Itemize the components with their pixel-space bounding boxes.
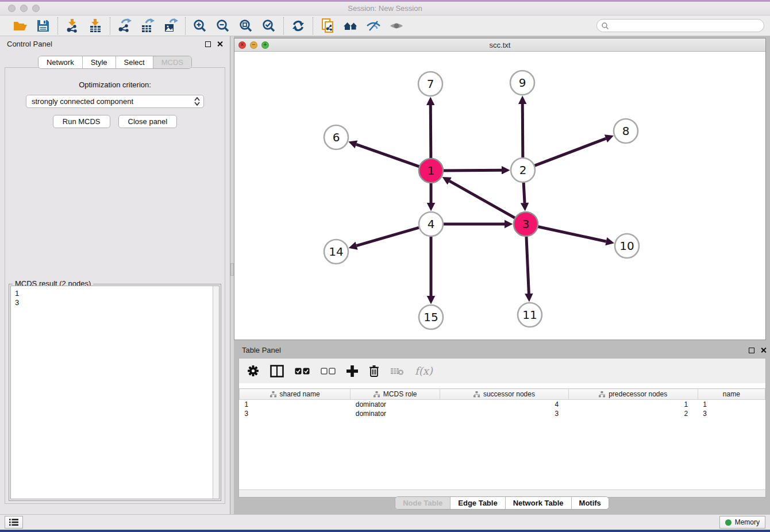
main-toolbar [0,16,770,36]
network-canvas-svg: 1234678910111415 [234,52,765,340]
criterion-dropdown[interactable]: strongly connected component [26,95,204,108]
zoom-in-icon[interactable] [192,18,207,33]
export-table-icon[interactable] [140,18,155,33]
tab-node-table[interactable]: Node Table [395,497,451,509]
session-title: Session: New Session [0,4,770,13]
show-graphics-details-icon[interactable] [389,18,404,33]
table-header-row: shared name MCDS role successor nodes pr… [240,389,765,400]
column-type-icon [270,391,276,398]
optimization-criterion-label: Optimization criterion: [5,80,225,89]
dropdown-stepper-icon [193,96,201,107]
home-icon[interactable] [343,18,358,33]
edge-3-10[interactable] [536,226,606,241]
column-header-shared-name[interactable]: shared name [240,389,351,400]
edge-1-7[interactable] [430,105,431,160]
table-settings-gear-icon[interactable] [247,365,259,377]
save-session-icon[interactable] [36,18,51,33]
result-line: 3 [15,298,209,307]
tab-motifs[interactable]: Motifs [572,497,609,509]
cell-mcds-role[interactable]: dominator [351,400,440,409]
edge-2-8[interactable] [533,138,606,166]
tab-style[interactable]: Style [83,56,116,68]
cell-predecessor-nodes[interactable]: 1 [568,400,698,409]
table-empty-area [239,418,765,490]
refresh-icon[interactable] [291,18,306,33]
zoom-fit-icon[interactable] [238,18,253,33]
run-mcds-button[interactable]: Run MCDS [53,115,110,128]
hide-graphics-details-icon[interactable] [366,18,381,33]
cell-shared-name[interactable]: 3 [240,409,351,418]
cell-mcds-role[interactable]: dominator [351,409,440,418]
network-window-titlebar[interactable]: scc.txt × − + [234,38,765,52]
edge-1-2[interactable] [441,170,502,171]
node-label-8: 8 [622,124,630,138]
node-label-10: 10 [619,239,634,253]
close-panel-icon[interactable] [217,41,223,47]
edge-4-14[interactable] [357,227,421,246]
node-label-15: 15 [424,310,438,324]
search-field[interactable] [596,19,764,32]
control-panel: Control Panel Network Style Select MCDS … [0,36,230,514]
table-row[interactable]: 3 dominator 3 2 3 [240,409,765,418]
zoom-out-icon[interactable] [215,18,230,33]
export-network-icon[interactable] [117,18,132,33]
column-type-icon [599,391,605,398]
column-header-mcds-role[interactable]: MCDS role [351,389,440,400]
memory-button[interactable]: Memory [719,516,765,529]
export-image-icon[interactable] [163,18,178,33]
network-view-window: scc.txt × − + 1234678910111415 [234,38,766,340]
tab-network[interactable]: Network [38,56,83,68]
float-panel-icon[interactable] [205,41,211,47]
import-network-icon[interactable] [65,18,80,33]
main-titlebar[interactable]: Session: New Session [0,2,770,16]
close-panel-button[interactable]: Close panel [118,115,178,128]
list-icon [9,518,19,526]
node-label-11: 11 [522,308,537,322]
table-toolbar: f(x) [239,358,765,383]
show-columns-icon[interactable] [270,365,284,377]
cell-predecessor-nodes[interactable]: 2 [568,409,698,418]
delete-table-icon[interactable] [390,367,404,376]
task-history-button[interactable] [5,516,23,529]
duplicate-network-icon[interactable] [320,18,335,33]
table-tabset: Node Table Edge Table Network Table Moti… [395,496,609,510]
node-label-14: 14 [329,245,343,259]
open-session-icon[interactable] [13,18,28,33]
cell-successor-nodes[interactable]: 4 [440,400,569,409]
node-label-2: 2 [519,163,527,177]
edge-1-6[interactable] [356,144,421,167]
column-header-successor-nodes[interactable]: successor nodes [440,389,569,400]
tab-network-table[interactable]: Network Table [506,497,572,509]
edge-3-1[interactable] [449,181,517,219]
cell-successor-nodes[interactable]: 3 [440,409,569,418]
tab-edge-table[interactable]: Edge Table [451,497,505,509]
table-panel: Table Panel [234,343,770,511]
delete-column-icon[interactable] [369,365,379,377]
tab-select[interactable]: Select [116,56,153,68]
mcds-result-text[interactable]: 1 3 [11,286,213,499]
column-header-predecessor-nodes[interactable]: predecessor nodes [568,389,698,400]
close-table-panel-icon[interactable] [760,347,767,353]
create-column-icon[interactable] [346,365,358,377]
import-table-icon[interactable] [88,18,103,33]
edge-2-9[interactable] [522,104,523,160]
criterion-value: strongly connected component [32,97,133,106]
panel-splitter[interactable] [230,36,234,514]
network-canvas[interactable]: 1234678910111415 [234,52,765,340]
result-scrollbar[interactable] [213,286,219,499]
zoom-selected-icon[interactable] [261,18,276,33]
table-row[interactable]: 1 dominator 4 1 1 [240,400,765,409]
node-label-7: 7 [427,77,434,91]
cell-name[interactable]: 1 [698,400,765,409]
tab-mcds[interactable]: MCDS [153,56,191,68]
edge-3-11[interactable] [526,234,529,294]
float-table-panel-icon[interactable] [749,348,754,353]
search-input[interactable] [609,20,764,32]
mcds-panel: Optimization criterion: strongly connect… [5,67,225,504]
column-header-name[interactable]: name [698,389,765,400]
edge-2-3[interactable] [523,180,525,203]
cell-shared-name[interactable]: 1 [240,400,351,409]
select-all-columns-icon[interactable] [295,368,310,375]
deselect-all-columns-icon[interactable] [321,368,336,375]
cell-name[interactable]: 3 [698,409,765,418]
